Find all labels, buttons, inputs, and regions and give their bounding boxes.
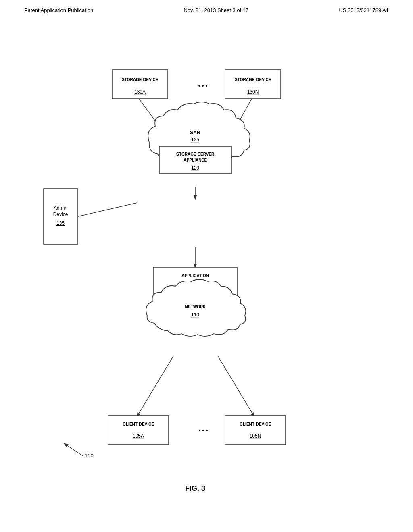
header-left: Patent Application Publication (24, 7, 93, 13)
svg-text:STORAGE DEVICE: STORAGE DEVICE (235, 77, 271, 82)
svg-text:CLIENT DEVICE: CLIENT DEVICE (123, 422, 154, 426)
svg-line-8 (77, 203, 137, 217)
svg-text:135: 135 (56, 220, 65, 226)
svg-text:•••: ••• (198, 83, 209, 89)
svg-rect-31 (225, 416, 286, 445)
svg-line-6 (137, 356, 173, 416)
svg-text:125: 125 (191, 137, 199, 143)
header-middle: Nov. 21, 2013 Sheet 3 of 17 (184, 7, 248, 13)
svg-text:NETWORK: NETWORK (184, 304, 206, 310)
svg-text:APPLICATION: APPLICATION (181, 273, 209, 278)
svg-text:Device: Device (53, 212, 68, 217)
svg-line-7 (218, 356, 254, 416)
svg-text:105N: 105N (250, 433, 261, 439)
svg-text:Admin: Admin (54, 205, 67, 211)
svg-text:130A: 130A (134, 89, 146, 95)
svg-text:SAN: SAN (190, 130, 200, 135)
svg-text:100: 100 (85, 453, 94, 459)
svg-rect-28 (108, 416, 169, 445)
svg-text:STORAGE SERVER: STORAGE SERVER (176, 152, 215, 156)
page-header: Patent Application Publication Nov. 21, … (0, 0, 413, 17)
svg-text:STORAGE DEVICE: STORAGE DEVICE (122, 77, 159, 82)
svg-text:130N: 130N (247, 89, 259, 95)
diagram-area: STORAGE DEVICE 130A STORAGE DEVICE 130N … (0, 17, 413, 501)
svg-line-39 (65, 444, 83, 456)
svg-text:110: 110 (191, 312, 199, 318)
svg-text:CLIENT DEVICE: CLIENT DEVICE (240, 422, 271, 426)
svg-text:APPLIANCE: APPLIANCE (184, 158, 207, 162)
svg-text:105A: 105A (133, 433, 144, 439)
svg-text:120: 120 (191, 165, 199, 171)
svg-text:•••: ••• (199, 427, 210, 434)
header-right: US 2013/0311789 A1 (339, 7, 389, 13)
svg-text:FIG. 3: FIG. 3 (185, 484, 205, 493)
